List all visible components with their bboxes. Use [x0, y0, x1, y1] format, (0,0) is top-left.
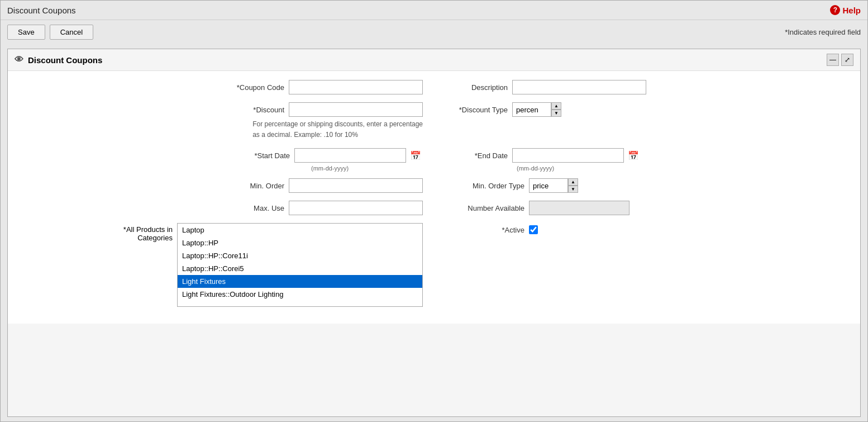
start-date-label: *Start Date: [216, 151, 294, 160]
min-order-type-spinner: ▲ ▼: [529, 178, 578, 193]
discount-type-spinners: ▲ ▼: [551, 102, 561, 117]
eye-icon: 👁: [15, 55, 23, 65]
title-bar: Discount Coupons ? Help: [1, 1, 867, 20]
discount-label: *Discount: [211, 106, 289, 114]
panel-expand-button[interactable]: ⤢: [841, 54, 853, 66]
end-date-calendar-icon[interactable]: 📅: [626, 148, 641, 163]
min-order-label: Min. Order: [211, 182, 289, 190]
list-item[interactable]: Light Fixtures: [178, 275, 422, 288]
main-window: Discount Coupons ? Help Save Cancel *Ind…: [0, 0, 868, 422]
panel-controls: — ⤢: [827, 54, 853, 66]
categories-listbox[interactable]: LaptopLaptop::HPLaptop::HP::Core11iLapto…: [177, 223, 423, 307]
list-item[interactable]: Laptop::HP::Corei5: [178, 262, 422, 275]
window-title: Discount Coupons: [7, 6, 76, 15]
active-checkbox[interactable]: [529, 225, 538, 234]
discount-type-label: *Discount Type: [445, 106, 512, 114]
discount-coupons-panel: 👁 Discount Coupons — ⤢ *Coupon Code Desc…: [7, 49, 861, 417]
panel-title-group: 👁 Discount Coupons: [15, 55, 102, 65]
help-icon: ?: [830, 5, 840, 15]
start-date-calendar-icon[interactable]: 📅: [408, 148, 423, 163]
panel-header: 👁 Discount Coupons — ⤢: [8, 49, 860, 71]
list-item[interactable]: Light Fixtures::Outdoor Lighting: [178, 288, 422, 301]
required-note: *Indicates required field: [785, 28, 861, 36]
active-label: *Active: [445, 226, 529, 234]
panel-minimize-button[interactable]: —: [827, 54, 839, 66]
toolbar-actions: Save Cancel: [7, 25, 93, 40]
cancel-button[interactable]: Cancel: [50, 25, 93, 40]
end-date-hint: (mm-dd-yyyy): [517, 165, 849, 172]
number-available-input: [529, 201, 629, 215]
start-date-input[interactable]: [294, 148, 406, 163]
discount-input[interactable]: [289, 102, 423, 117]
discount-type-spinner: ▲ ▼: [512, 102, 561, 117]
discount-type-up[interactable]: ▲: [551, 102, 561, 110]
end-date-label: *End Date: [445, 151, 512, 160]
description-label: Description: [445, 83, 512, 92]
min-order-input[interactable]: [289, 178, 423, 193]
min-order-type-spinners: ▲ ▼: [568, 178, 578, 193]
end-date-wrapper: 📅: [512, 148, 641, 163]
discount-type-input[interactable]: [512, 102, 551, 117]
start-date-hint: (mm-dd-yyyy): [311, 165, 423, 172]
coupon-code-input[interactable]: [289, 80, 423, 94]
max-use-input[interactable]: [289, 201, 423, 215]
save-button[interactable]: Save: [7, 25, 45, 40]
list-item[interactable]: Laptop::HP: [178, 236, 422, 249]
end-date-input[interactable]: [512, 148, 624, 163]
discount-type-down[interactable]: ▼: [551, 110, 561, 117]
number-available-label: Number Available: [445, 204, 529, 212]
list-item[interactable]: Laptop::HP::Core11i: [178, 249, 422, 262]
help-button[interactable]: ? Help: [830, 5, 861, 15]
max-use-label: Max. Use: [211, 204, 289, 212]
categories-label: Categories: [99, 234, 173, 242]
panel-title: Discount Coupons: [28, 55, 102, 65]
discount-hint-line2: as a decimal. Example: .10 for 10%: [252, 131, 358, 139]
toolbar: Save Cancel *Indicates required field: [1, 20, 867, 44]
list-item[interactable]: Laptop: [178, 224, 422, 236]
min-order-type-down[interactable]: ▼: [568, 186, 578, 193]
help-label: Help: [842, 6, 861, 15]
all-products-label: *All Products in: [99, 225, 173, 234]
description-input[interactable]: [512, 80, 646, 94]
min-order-type-input[interactable]: [529, 178, 568, 193]
min-order-type-label: Min. Order Type: [445, 182, 529, 190]
start-date-wrapper: 📅: [294, 148, 423, 163]
discount-hint-line1: For percentage or shipping discounts, en…: [252, 120, 423, 128]
min-order-type-up[interactable]: ▲: [568, 178, 578, 186]
panel-body: *Coupon Code Description *Discount *Disc…: [8, 71, 860, 324]
coupon-code-label: *Coupon Code: [211, 83, 289, 92]
